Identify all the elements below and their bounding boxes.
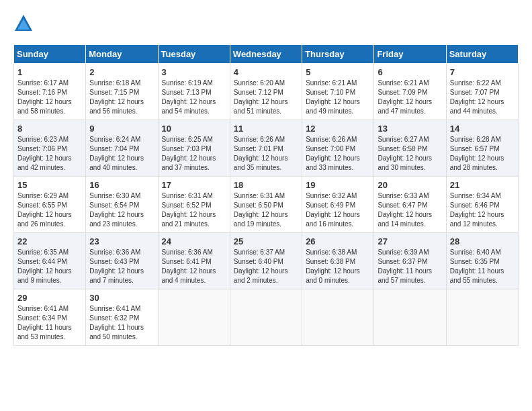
calendar-cell: 28Sunrise: 6:40 AMSunset: 6:35 PMDayligh… bbox=[446, 233, 518, 289]
calendar-cell: 21Sunrise: 6:34 AMSunset: 6:46 PMDayligh… bbox=[446, 177, 518, 233]
calendar-week-row: 8Sunrise: 6:23 AMSunset: 7:06 PMDaylight… bbox=[14, 120, 519, 177]
day-info: Sunrise: 6:31 AMSunset: 6:52 PMDaylight:… bbox=[162, 191, 226, 229]
logo-icon bbox=[13, 13, 34, 34]
day-number: 29 bbox=[17, 293, 82, 303]
column-header-tuesday: Tuesday bbox=[158, 45, 230, 64]
day-number: 13 bbox=[378, 124, 442, 134]
calendar-cell: 18Sunrise: 6:31 AMSunset: 6:50 PMDayligh… bbox=[230, 177, 302, 233]
calendar-cell: 13Sunrise: 6:27 AMSunset: 6:58 PMDayligh… bbox=[374, 120, 446, 177]
column-header-monday: Monday bbox=[86, 45, 158, 64]
calendar-week-row: 29Sunrise: 6:41 AMSunset: 6:34 PMDayligh… bbox=[14, 289, 519, 346]
calendar-cell: 16Sunrise: 6:30 AMSunset: 6:54 PMDayligh… bbox=[86, 177, 158, 233]
calendar-cell: 24Sunrise: 6:36 AMSunset: 6:41 PMDayligh… bbox=[158, 233, 230, 289]
day-number: 30 bbox=[89, 293, 154, 303]
calendar-cell: 10Sunrise: 6:25 AMSunset: 7:03 PMDayligh… bbox=[158, 120, 230, 177]
calendar-cell: 2Sunrise: 6:18 AMSunset: 7:15 PMDaylight… bbox=[86, 64, 158, 120]
calendar-cell bbox=[302, 289, 374, 346]
day-info: Sunrise: 6:28 AMSunset: 6:57 PMDaylight:… bbox=[450, 135, 515, 173]
calendar-cell: 4Sunrise: 6:20 AMSunset: 7:12 PMDaylight… bbox=[230, 64, 302, 120]
day-info: Sunrise: 6:20 AMSunset: 7:12 PMDaylight:… bbox=[234, 79, 298, 116]
day-info: Sunrise: 6:32 AMSunset: 6:49 PMDaylight:… bbox=[306, 191, 370, 229]
day-number: 28 bbox=[450, 236, 515, 246]
day-info: Sunrise: 6:29 AMSunset: 6:55 PMDaylight:… bbox=[17, 191, 82, 229]
day-number: 6 bbox=[378, 67, 442, 77]
day-number: 12 bbox=[306, 124, 370, 134]
day-number: 11 bbox=[234, 124, 298, 134]
day-number: 26 bbox=[306, 236, 370, 246]
calendar-cell: 22Sunrise: 6:35 AMSunset: 6:44 PMDayligh… bbox=[14, 233, 86, 289]
day-info: Sunrise: 6:40 AMSunset: 6:35 PMDaylight:… bbox=[450, 248, 515, 285]
day-info: Sunrise: 6:31 AMSunset: 6:50 PMDaylight:… bbox=[234, 191, 298, 229]
calendar-cell bbox=[158, 289, 230, 346]
day-number: 4 bbox=[234, 67, 298, 77]
calendar-week-row: 15Sunrise: 6:29 AMSunset: 6:55 PMDayligh… bbox=[14, 177, 519, 233]
day-number: 27 bbox=[378, 236, 442, 246]
column-header-wednesday: Wednesday bbox=[230, 45, 302, 64]
day-info: Sunrise: 6:26 AMSunset: 7:01 PMDaylight:… bbox=[234, 135, 298, 173]
column-header-sunday: Sunday bbox=[14, 45, 86, 64]
calendar-cell: 12Sunrise: 6:26 AMSunset: 7:00 PMDayligh… bbox=[302, 120, 374, 177]
day-number: 22 bbox=[17, 236, 82, 246]
day-info: Sunrise: 6:21 AMSunset: 7:09 PMDaylight:… bbox=[378, 79, 442, 116]
day-number: 16 bbox=[89, 180, 154, 190]
calendar-cell: 14Sunrise: 6:28 AMSunset: 6:57 PMDayligh… bbox=[446, 120, 518, 177]
day-number: 15 bbox=[17, 180, 82, 190]
day-info: Sunrise: 6:24 AMSunset: 7:04 PMDaylight:… bbox=[89, 135, 154, 173]
day-info: Sunrise: 6:35 AMSunset: 6:44 PMDaylight:… bbox=[17, 248, 82, 285]
calendar-cell bbox=[446, 289, 518, 346]
calendar-cell: 17Sunrise: 6:31 AMSunset: 6:52 PMDayligh… bbox=[158, 177, 230, 233]
day-info: Sunrise: 6:21 AMSunset: 7:10 PMDaylight:… bbox=[306, 79, 370, 116]
calendar-week-row: 1Sunrise: 6:17 AMSunset: 7:16 PMDaylight… bbox=[14, 64, 519, 120]
day-info: Sunrise: 6:41 AMSunset: 6:34 PMDaylight:… bbox=[17, 304, 82, 342]
day-info: Sunrise: 6:22 AMSunset: 7:07 PMDaylight:… bbox=[450, 79, 515, 116]
day-number: 9 bbox=[89, 124, 154, 134]
day-info: Sunrise: 6:30 AMSunset: 6:54 PMDaylight:… bbox=[89, 191, 154, 229]
day-info: Sunrise: 6:38 AMSunset: 6:38 PMDaylight:… bbox=[306, 248, 370, 285]
calendar-cell: 27Sunrise: 6:39 AMSunset: 6:37 PMDayligh… bbox=[374, 233, 446, 289]
day-number: 17 bbox=[162, 180, 226, 190]
column-header-friday: Friday bbox=[374, 45, 446, 64]
day-info: Sunrise: 6:23 AMSunset: 7:06 PMDaylight:… bbox=[17, 135, 82, 173]
day-info: Sunrise: 6:19 AMSunset: 7:13 PMDaylight:… bbox=[162, 79, 226, 116]
calendar-cell: 15Sunrise: 6:29 AMSunset: 6:55 PMDayligh… bbox=[14, 177, 86, 233]
calendar-cell bbox=[230, 289, 302, 346]
day-number: 7 bbox=[450, 67, 515, 77]
day-number: 3 bbox=[162, 67, 226, 77]
day-info: Sunrise: 6:18 AMSunset: 7:15 PMDaylight:… bbox=[89, 79, 154, 116]
day-number: 8 bbox=[17, 124, 82, 134]
calendar-table: SundayMondayTuesdayWednesdayThursdayFrid… bbox=[13, 44, 519, 346]
column-header-thursday: Thursday bbox=[302, 45, 374, 64]
day-info: Sunrise: 6:36 AMSunset: 6:41 PMDaylight:… bbox=[162, 248, 226, 285]
calendar-cell: 19Sunrise: 6:32 AMSunset: 6:49 PMDayligh… bbox=[302, 177, 374, 233]
day-info: Sunrise: 6:25 AMSunset: 7:03 PMDaylight:… bbox=[162, 135, 226, 173]
calendar-cell bbox=[374, 289, 446, 346]
day-info: Sunrise: 6:27 AMSunset: 6:58 PMDaylight:… bbox=[378, 135, 442, 173]
calendar-cell: 6Sunrise: 6:21 AMSunset: 7:09 PMDaylight… bbox=[374, 64, 446, 120]
day-number: 1 bbox=[17, 67, 82, 77]
day-info: Sunrise: 6:39 AMSunset: 6:37 PMDaylight:… bbox=[378, 248, 442, 285]
calendar-cell: 3Sunrise: 6:19 AMSunset: 7:13 PMDaylight… bbox=[158, 64, 230, 120]
day-number: 24 bbox=[162, 236, 226, 246]
day-info: Sunrise: 6:17 AMSunset: 7:16 PMDaylight:… bbox=[17, 79, 82, 116]
calendar-cell: 11Sunrise: 6:26 AMSunset: 7:01 PMDayligh… bbox=[230, 120, 302, 177]
calendar-cell: 5Sunrise: 6:21 AMSunset: 7:10 PMDaylight… bbox=[302, 64, 374, 120]
logo bbox=[13, 13, 36, 34]
calendar-cell: 23Sunrise: 6:36 AMSunset: 6:43 PMDayligh… bbox=[86, 233, 158, 289]
day-number: 19 bbox=[306, 180, 370, 190]
day-number: 25 bbox=[234, 236, 298, 246]
column-header-saturday: Saturday bbox=[446, 45, 518, 64]
day-number: 10 bbox=[162, 124, 226, 134]
calendar-week-row: 22Sunrise: 6:35 AMSunset: 6:44 PMDayligh… bbox=[14, 233, 519, 289]
calendar-cell: 9Sunrise: 6:24 AMSunset: 7:04 PMDaylight… bbox=[86, 120, 158, 177]
day-info: Sunrise: 6:33 AMSunset: 6:47 PMDaylight:… bbox=[378, 191, 442, 229]
day-number: 18 bbox=[234, 180, 298, 190]
day-number: 2 bbox=[89, 67, 154, 77]
day-number: 5 bbox=[306, 67, 370, 77]
calendar-cell: 26Sunrise: 6:38 AMSunset: 6:38 PMDayligh… bbox=[302, 233, 374, 289]
day-number: 20 bbox=[378, 180, 442, 190]
calendar-cell: 8Sunrise: 6:23 AMSunset: 7:06 PMDaylight… bbox=[14, 120, 86, 177]
day-number: 23 bbox=[89, 236, 154, 246]
day-number: 21 bbox=[450, 180, 515, 190]
calendar-cell: 20Sunrise: 6:33 AMSunset: 6:47 PMDayligh… bbox=[374, 177, 446, 233]
calendar-cell: 25Sunrise: 6:37 AMSunset: 6:40 PMDayligh… bbox=[230, 233, 302, 289]
